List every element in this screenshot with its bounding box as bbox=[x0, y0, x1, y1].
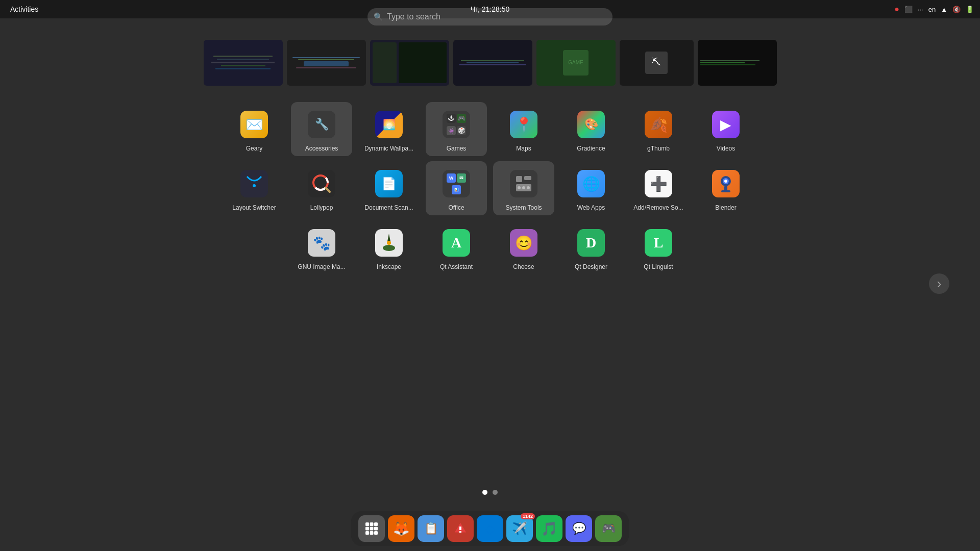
dock-item-telegram[interactable]: ✈️1142 bbox=[506, 515, 533, 542]
app-item-dynamic-wallpaper[interactable]: 🌅Dynamic Wallpa... bbox=[358, 102, 420, 156]
app-item-webapps[interactable]: 🌐Web Apps bbox=[560, 161, 622, 215]
app-item-layout-switcher[interactable]: Layout Switcher bbox=[224, 161, 285, 215]
app-icon-gthumb: 🍂 bbox=[642, 108, 675, 141]
app-icon-qt-designer: D bbox=[575, 227, 607, 259]
page-dot-1[interactable] bbox=[493, 490, 498, 495]
window-thumb[interactable] bbox=[453, 40, 532, 86]
search-input[interactable] bbox=[368, 8, 612, 26]
activities-button[interactable]: Activities bbox=[6, 3, 42, 15]
svg-rect-23 bbox=[374, 527, 378, 531]
app-label-qt-linguist: Qt Linguist bbox=[644, 263, 673, 270]
lang-label[interactable]: en bbox=[928, 6, 936, 13]
app-item-videos[interactable]: ▶Videos bbox=[695, 102, 756, 156]
app-label-lollypop: Lollypop bbox=[310, 204, 333, 211]
volume-icon[interactable]: 🔇 bbox=[952, 6, 961, 13]
app-icon-blender bbox=[709, 167, 742, 200]
svg-rect-5 bbox=[524, 176, 531, 180]
dock-item-arronax[interactable] bbox=[447, 515, 474, 542]
more-icon[interactable]: ··· bbox=[918, 6, 923, 13]
window-thumb[interactable]: GAME bbox=[536, 40, 616, 86]
dock-badge-telegram: 1142 bbox=[521, 513, 535, 519]
dock-item-apps-grid[interactable] bbox=[358, 515, 385, 542]
app-item-gnuimage[interactable]: 🐾GNU Image Ma... bbox=[291, 220, 352, 274]
app-label-gradience: Gradience bbox=[577, 145, 605, 152]
dock: 🦊📋 ◇✈️1142🎵💬🎮 bbox=[351, 511, 629, 546]
windows-row: GAME ⛏ bbox=[0, 36, 980, 89]
app-item-accessories[interactable]: 🔧Accessories bbox=[291, 102, 352, 156]
svg-rect-19 bbox=[370, 522, 374, 526]
svg-rect-20 bbox=[374, 522, 378, 526]
app-label-system-tools: System Tools bbox=[505, 204, 542, 211]
dock-item-vscode[interactable]: ◇ bbox=[477, 515, 503, 542]
app-item-office[interactable]: W ✉ 📊 Office bbox=[426, 161, 487, 215]
svg-rect-29 bbox=[459, 531, 461, 533]
svg-rect-26 bbox=[374, 531, 378, 535]
app-icon-games: 🕹 🎮 👾 🎲 bbox=[440, 108, 473, 141]
app-label-geary: Geary bbox=[246, 145, 263, 152]
app-item-geary[interactable]: ✉️Geary bbox=[224, 102, 285, 156]
app-grid-area: ✉️Geary🔧Accessories🌅Dynamic Wallpa... 🕹 … bbox=[0, 102, 980, 274]
dock-item-discord-dock[interactable]: 💬 bbox=[566, 515, 592, 542]
app-item-blender[interactable]: Blender bbox=[695, 161, 756, 215]
app-item-system-tools[interactable]: System Tools bbox=[493, 161, 554, 215]
app-label-cheese: Cheese bbox=[513, 263, 534, 270]
wifi-icon[interactable]: ▲ bbox=[941, 6, 947, 13]
app-item-qt-designer[interactable]: DQt Designer bbox=[560, 220, 622, 274]
svg-point-17 bbox=[387, 241, 391, 245]
app-label-gthumb: gThumb bbox=[647, 145, 670, 152]
search-icon: 🔍 bbox=[374, 12, 383, 21]
dock-item-minecraft-dock[interactable]: 🎮 bbox=[595, 515, 622, 542]
app-label-layout-switcher: Layout Switcher bbox=[232, 204, 276, 211]
app-row-2: 🐾GNU Image Ma... InkscapeAQt Assistant😊C… bbox=[291, 220, 689, 274]
app-icon-videos: ▶ bbox=[709, 108, 742, 141]
window-thumb[interactable] bbox=[698, 40, 777, 86]
app-item-maps[interactable]: 📍Maps bbox=[493, 102, 554, 156]
app-label-games: Games bbox=[447, 145, 467, 152]
app-item-addremove[interactable]: ➕Add/Remove So... bbox=[628, 161, 689, 215]
app-item-gradience[interactable]: 🎨Gradience bbox=[560, 102, 622, 156]
app-icon-lollypop bbox=[305, 167, 338, 200]
dock-item-firefox[interactable]: 🦊 bbox=[388, 515, 414, 542]
app-item-qt-assistant[interactable]: AQt Assistant bbox=[426, 220, 487, 274]
next-page-arrow[interactable]: › bbox=[929, 273, 949, 294]
app-item-inkscape[interactable]: Inkscape bbox=[358, 220, 420, 274]
dock-item-files[interactable]: 📋 bbox=[418, 515, 444, 542]
app-item-cheese[interactable]: 😊Cheese bbox=[493, 220, 554, 274]
app-item-gthumb[interactable]: 🍂gThumb bbox=[628, 102, 689, 156]
svg-rect-4 bbox=[516, 176, 522, 182]
app-icon-addremove: ➕ bbox=[642, 167, 675, 200]
svg-line-3 bbox=[326, 188, 330, 192]
app-icon-inkscape bbox=[373, 227, 405, 259]
app-icon-layout-switcher bbox=[238, 167, 271, 200]
app-item-qt-linguist[interactable]: LQt Linguist bbox=[628, 220, 689, 274]
discord-icon[interactable]: ⬛ bbox=[904, 6, 913, 13]
window-thumb[interactable] bbox=[204, 40, 283, 86]
pagination bbox=[482, 490, 498, 495]
app-item-document-scanner[interactable]: 📄Document Scan... bbox=[358, 161, 420, 215]
app-label-inkscape: Inkscape bbox=[377, 263, 401, 270]
svg-point-9 bbox=[527, 186, 530, 189]
svg-rect-18 bbox=[365, 522, 369, 526]
app-item-lollypop[interactable]: Lollypop bbox=[291, 161, 352, 215]
page-dot-0[interactable] bbox=[482, 490, 487, 495]
search-container: 🔍 bbox=[368, 8, 612, 26]
dock-item-spotify[interactable]: 🎵 bbox=[536, 515, 562, 542]
app-label-dynamic-wallpaper: Dynamic Wallpa... bbox=[364, 145, 413, 152]
app-label-gnuimage: GNU Image Ma... bbox=[298, 263, 345, 270]
app-label-blender: Blender bbox=[715, 204, 736, 211]
svg-rect-22 bbox=[370, 527, 374, 531]
app-icon-system-tools bbox=[507, 167, 540, 200]
window-thumb[interactable] bbox=[287, 40, 366, 86]
app-icon-cheese: 😊 bbox=[507, 227, 540, 259]
window-thumb[interactable] bbox=[370, 40, 449, 86]
svg-rect-14 bbox=[721, 190, 730, 192]
battery-icon[interactable]: 🔋 bbox=[966, 6, 974, 13]
notification-icon[interactable]: ● bbox=[894, 5, 899, 14]
app-icon-gnuimage: 🐾 bbox=[305, 227, 338, 259]
window-thumb[interactable]: ⛏ bbox=[620, 40, 694, 86]
app-label-document-scanner: Document Scan... bbox=[364, 204, 413, 211]
svg-point-12 bbox=[724, 180, 727, 183]
app-item-games[interactable]: 🕹 🎮 👾 🎲 Games bbox=[426, 102, 487, 156]
app-icon-gradience: 🎨 bbox=[575, 108, 607, 141]
app-icon-maps: 📍 bbox=[507, 108, 540, 141]
